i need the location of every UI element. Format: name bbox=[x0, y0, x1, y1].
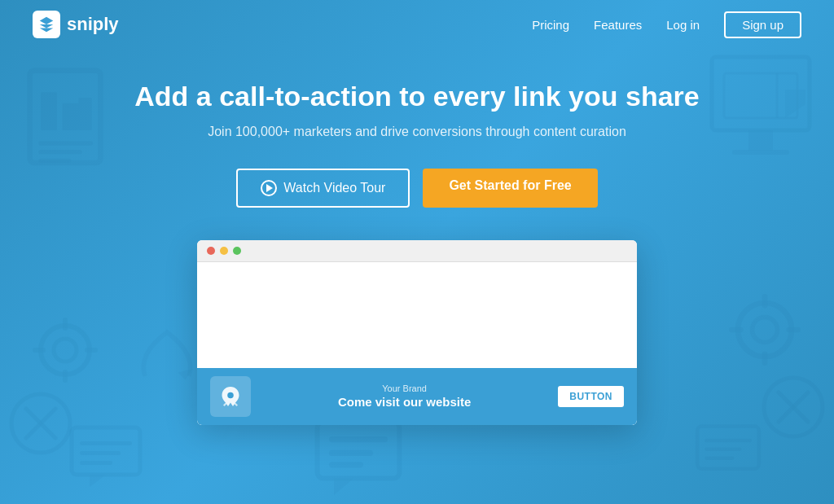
watch-video-button[interactable]: Watch Video Tour bbox=[236, 169, 410, 208]
browser-dot-green bbox=[233, 247, 241, 255]
svg-rect-18 bbox=[80, 451, 121, 455]
svg-rect-39 bbox=[705, 456, 734, 460]
cta-button[interactable]: BUTTON bbox=[558, 386, 624, 407]
svg-marker-20 bbox=[90, 475, 106, 487]
hero-title: Add a call-to-action to every link you s… bbox=[0, 80, 834, 113]
cta-message: Come visit our website bbox=[261, 395, 548, 409]
nav-pricing[interactable]: Pricing bbox=[532, 18, 569, 32]
browser-bar bbox=[197, 240, 637, 262]
browser-mockup: Your Brand Come visit our website BUTTON bbox=[197, 240, 637, 425]
nav-signup[interactable]: Sign up bbox=[724, 11, 801, 38]
svg-marker-45 bbox=[334, 479, 353, 495]
navbar: sniply Pricing Features Log in Sign up bbox=[0, 0, 834, 49]
logo-icon bbox=[33, 11, 60, 38]
nav-login[interactable]: Log in bbox=[666, 18, 700, 32]
hero-section: Add a call-to-action to every link you s… bbox=[0, 49, 834, 425]
nav-links: Pricing Features Log in Sign up bbox=[532, 11, 801, 38]
rocket-icon bbox=[218, 384, 243, 409]
hero-subtitle: Join 100,000+ marketers and drive conver… bbox=[0, 125, 834, 139]
svg-rect-38 bbox=[705, 448, 741, 452]
bg-icon-message-right bbox=[687, 415, 769, 489]
cta-brand-name: Your Brand bbox=[261, 383, 548, 393]
browser-dot-red bbox=[207, 247, 215, 255]
svg-rect-36 bbox=[697, 427, 759, 469]
watch-video-label: Watch Video Tour bbox=[283, 181, 385, 195]
get-started-button[interactable]: Get Started for Free bbox=[423, 169, 597, 208]
svg-point-46 bbox=[227, 392, 234, 399]
logo[interactable]: sniply bbox=[33, 11, 119, 38]
cta-bar: Your Brand Come visit our website BUTTON bbox=[197, 368, 637, 425]
play-icon bbox=[261, 180, 277, 196]
nav-features[interactable]: Features bbox=[594, 18, 642, 32]
cta-brand-icon bbox=[210, 376, 251, 417]
brand-name: sniply bbox=[67, 14, 119, 35]
bg-icon-message-left bbox=[65, 415, 147, 497]
hero-buttons: Watch Video Tour Get Started for Free bbox=[0, 169, 834, 208]
svg-rect-42 bbox=[329, 436, 388, 442]
svg-rect-37 bbox=[705, 439, 752, 443]
svg-rect-41 bbox=[318, 422, 400, 479]
browser-content: Your Brand Come visit our website BUTTON bbox=[197, 262, 637, 425]
svg-rect-43 bbox=[329, 450, 373, 456]
browser-dot-yellow bbox=[220, 247, 228, 255]
svg-rect-44 bbox=[329, 462, 363, 467]
svg-rect-17 bbox=[80, 441, 132, 445]
svg-rect-19 bbox=[80, 461, 112, 465]
logo-svg bbox=[37, 15, 55, 33]
cta-text: Your Brand Come visit our website bbox=[261, 383, 548, 409]
